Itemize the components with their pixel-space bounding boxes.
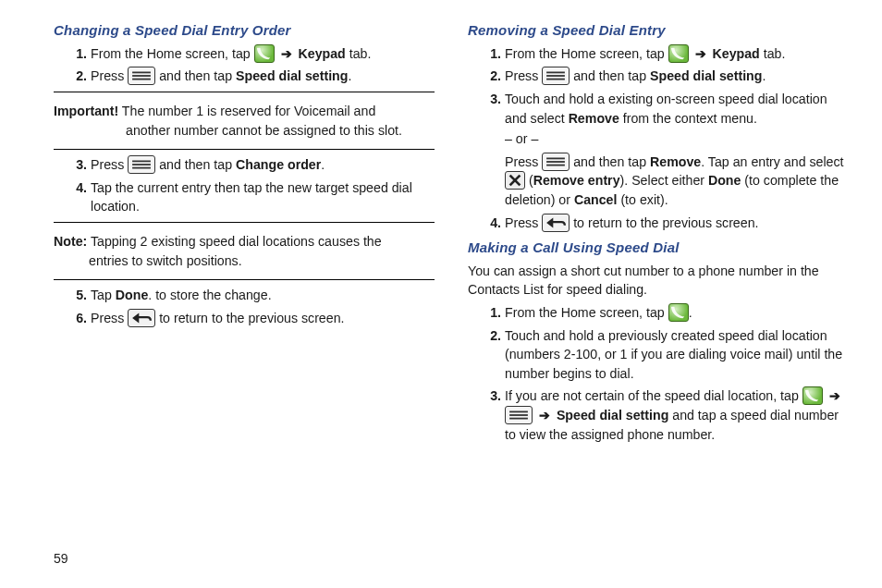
note-text: entries to switch positions. <box>89 253 242 268</box>
step-text: tab. <box>346 46 372 61</box>
divider <box>54 92 435 92</box>
step-item: 2. Press and then tap Speed dial setting… <box>91 67 435 86</box>
note-text: Tapping 2 existing speed dial locations … <box>87 234 381 249</box>
step-item: 5. Tap Done. to store the change. <box>91 286 435 305</box>
step-item: 4. Tap the current entry then tap the ne… <box>91 178 435 216</box>
step-text: and then tap <box>573 154 650 169</box>
step-text: . Tap an entry and select <box>701 154 843 169</box>
note-block: Note: Tapping 2 existing speed dial loca… <box>54 230 435 272</box>
back-icon <box>542 214 570 232</box>
bold-text: Done <box>708 173 741 188</box>
step-text: . to store the change. <box>148 288 271 302</box>
step-text: Touch and hold a previously created spee… <box>505 328 842 381</box>
phone-icon <box>802 386 823 405</box>
divider <box>54 222 435 223</box>
important-label: Important! <box>54 104 118 118</box>
step-text: Press <box>505 68 542 83</box>
step-text: Press <box>505 215 542 230</box>
step-text: . <box>689 305 692 320</box>
bold-text: Change order <box>236 157 321 172</box>
step-text: . <box>321 157 325 172</box>
or-line: – or – <box>505 129 849 149</box>
right-column: Removing a Speed Dial Entry 1. From the … <box>468 18 849 579</box>
menu-icon <box>505 406 533 424</box>
step-item: 4. Press to return to the previous scree… <box>505 214 849 233</box>
step-text: and then tap <box>159 157 236 172</box>
phone-icon <box>254 44 275 63</box>
divider <box>54 279 435 280</box>
bold-text: Keypad <box>713 46 760 61</box>
step-text: If you are not certain of the speed dial… <box>505 388 802 403</box>
divider <box>54 149 435 150</box>
bold-text: Done <box>116 288 148 302</box>
note-label: Note: <box>54 234 87 249</box>
step-item: 2. Press and then tap Speed dial setting… <box>505 67 849 86</box>
svg-rect-10 <box>546 161 565 163</box>
svg-rect-4 <box>132 164 151 165</box>
bold-text: Remove <box>569 111 619 126</box>
note-text: another number cannot be assigned to thi… <box>126 123 402 138</box>
menu-icon <box>542 153 570 171</box>
step-item: 3. Press and then tap Change order. <box>91 155 435 175</box>
steps-change-order-end: 5. Tap Done. to store the change. 6. Pre… <box>54 286 435 327</box>
bold-text: Remove entry <box>533 173 620 188</box>
intro-text: You can assign a short cut number to a p… <box>468 262 849 300</box>
bold-text: Speed dial setting <box>557 408 668 423</box>
svg-rect-5 <box>132 167 151 169</box>
svg-rect-15 <box>509 414 528 416</box>
heading-making-call: Making a Call Using Speed Dial <box>468 238 849 258</box>
bold-text: Remove <box>650 154 701 169</box>
step-text: tab. <box>760 46 786 61</box>
page-number: 59 <box>54 551 68 566</box>
step-text: from the context menu. <box>619 111 757 126</box>
steps-remove-entry: 1. From the Home screen, tap ➔ Keypad ta… <box>468 44 849 232</box>
step-text: From the Home screen, tap <box>91 46 254 61</box>
menu-icon <box>542 67 570 85</box>
heading-remove-entry: Removing a Speed Dial Entry <box>468 20 849 41</box>
step-item: 1. From the Home screen, tap ➔ Keypad ta… <box>91 44 435 64</box>
step-text: Press <box>505 154 542 169</box>
step-text: and then tap <box>159 68 236 83</box>
svg-rect-2 <box>132 79 151 80</box>
heading-change-order: Changing a Speed Dial Entry Order <box>54 20 435 41</box>
step-item: 3. Touch and hold a existing on-screen s… <box>505 90 849 210</box>
step-text: (to exit). <box>617 192 668 207</box>
step-text: Press <box>91 157 128 172</box>
step-text: and tap a speed dial number to view the … <box>505 408 839 442</box>
left-column: Changing a Speed Dial Entry Order 1. Fro… <box>54 18 435 579</box>
bold-text: Cancel <box>574 192 618 207</box>
bold-text: Keypad <box>299 46 346 61</box>
phone-icon <box>668 44 689 63</box>
svg-rect-6 <box>546 72 565 74</box>
svg-rect-11 <box>546 164 565 165</box>
arrow-icon: ➔ <box>695 44 706 64</box>
step-item: 1. From the Home screen, tap ➔ Keypad ta… <box>505 44 849 64</box>
step-text: Press <box>91 68 128 83</box>
step-text: . <box>348 68 351 83</box>
step-text: Tap <box>91 288 116 302</box>
bold-text: Speed dial setting <box>236 68 348 83</box>
menu-icon <box>128 155 155 174</box>
step-item: 1. From the Home screen, tap . <box>505 303 849 323</box>
step-text: to return to the previous screen. <box>159 311 344 325</box>
svg-rect-16 <box>509 418 528 420</box>
svg-rect-7 <box>546 75 565 77</box>
steps-change-order-cont: 3. Press and then tap Change order. 4. T… <box>54 155 435 216</box>
step-text: to return to the previous screen. <box>573 215 758 230</box>
arrow-icon: ➔ <box>829 386 840 406</box>
manual-page: Changing a Speed Dial Entry Order 1. Fro… <box>0 0 882 588</box>
svg-rect-8 <box>546 79 565 80</box>
svg-rect-3 <box>132 161 151 163</box>
step-item: 3. If you are not certain of the speed d… <box>505 386 849 444</box>
steps-making-call: 1. From the Home screen, tap . 2. Touch … <box>468 303 849 444</box>
step-text: ). Select either <box>620 173 708 188</box>
arrow-icon: ➔ <box>539 406 550 425</box>
step-text: Tap the current entry then tap the new t… <box>91 180 412 214</box>
svg-rect-0 <box>132 72 151 74</box>
step-text: . <box>762 68 766 83</box>
important-note: Important! The number 1 is reserved for … <box>54 100 435 141</box>
note-text: The number 1 is reserved for Voicemail a… <box>118 104 375 118</box>
step-item: 6. Press to return to the previous scree… <box>91 309 435 328</box>
steps-change-order: 1. From the Home screen, tap ➔ Keypad ta… <box>54 44 435 86</box>
svg-rect-9 <box>546 157 565 159</box>
